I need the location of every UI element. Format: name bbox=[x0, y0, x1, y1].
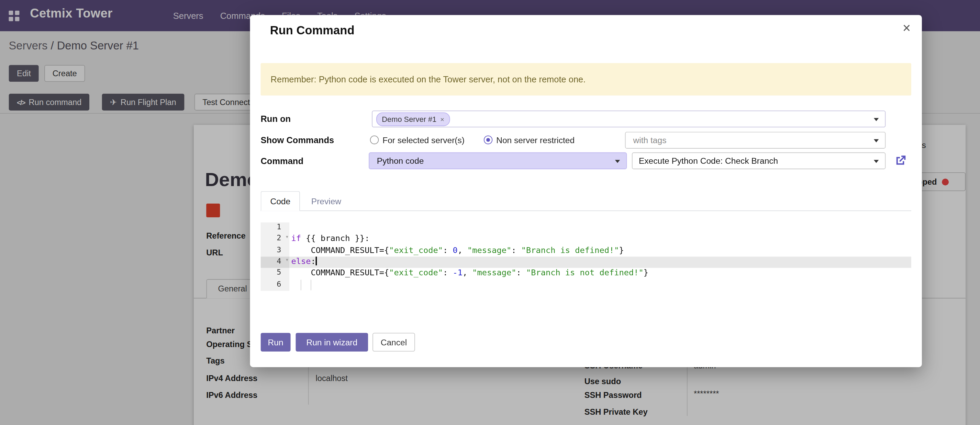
editor-lines[interactable]: if {{ branch }}: COMMAND_RESULT={"exit_c… bbox=[290, 222, 911, 291]
code-line[interactable]: if {{ branch }}: bbox=[290, 234, 911, 245]
line-number: 1 bbox=[261, 222, 290, 234]
editor-gutter: 12▾34▾56 bbox=[261, 222, 290, 291]
code-line[interactable]: COMMAND_RESULT={"exit_code": 0, "message… bbox=[290, 245, 911, 257]
server-tag-pill[interactable]: Demo Server #1 × bbox=[376, 112, 450, 126]
code-line[interactable] bbox=[290, 222, 911, 234]
line-number: 3 bbox=[261, 245, 290, 257]
code-editor[interactable]: 12▾34▾56 if {{ branch }}: COMMAND_RESULT… bbox=[261, 222, 911, 291]
run-on-field[interactable]: Demo Server #1 × bbox=[372, 111, 886, 127]
code-line[interactable]: COMMAND_RESULT={"exit_code": -1, "messag… bbox=[290, 268, 911, 279]
warning-banner: Remember: Python code is executed on the… bbox=[261, 63, 911, 96]
dialog-title: Run Command bbox=[270, 24, 355, 37]
command-type-select[interactable]: Python code bbox=[369, 152, 627, 169]
server-tag-label: Demo Server #1 bbox=[382, 115, 436, 123]
close-icon[interactable]: × bbox=[903, 21, 911, 35]
radio-non-restricted[interactable]: Non server restricted bbox=[484, 133, 574, 146]
chevron-down-icon bbox=[615, 160, 620, 163]
command-label: Command bbox=[261, 156, 304, 166]
fold-arrow-icon[interactable]: ▾ bbox=[285, 234, 289, 240]
run-command-dialog: Run Command × Remember: Python code is e… bbox=[250, 15, 922, 367]
radio-selected-servers[interactable]: For selected server(s) bbox=[370, 133, 465, 146]
line-number: 5 bbox=[261, 268, 290, 279]
tab-underline bbox=[261, 211, 911, 211]
line-number: 4▾ bbox=[261, 257, 290, 268]
run-button[interactable]: Run bbox=[261, 333, 290, 352]
radio-non-restricted-label: Non server restricted bbox=[496, 135, 574, 144]
text-cursor bbox=[316, 257, 317, 265]
with-tags-select[interactable]: with tags bbox=[625, 132, 886, 149]
show-commands-label: Show Commands bbox=[261, 135, 334, 145]
command-value: Execute Python Code: Check Branch bbox=[639, 156, 778, 165]
run-in-wizard-button[interactable]: Run in wizard bbox=[296, 333, 368, 352]
chevron-down-icon bbox=[874, 160, 879, 163]
line-number: 2▾ bbox=[261, 234, 290, 245]
radio-checked-icon[interactable] bbox=[484, 136, 492, 144]
external-link-icon[interactable] bbox=[895, 155, 907, 166]
cancel-button[interactable]: Cancel bbox=[372, 333, 415, 352]
radio-unchecked-icon[interactable] bbox=[370, 136, 379, 144]
indent-guide bbox=[311, 280, 311, 290]
indent-guide bbox=[301, 280, 301, 290]
run-on-label: Run on bbox=[261, 114, 291, 124]
tag-remove-icon[interactable]: × bbox=[440, 115, 444, 123]
radio-selected-servers-label: For selected server(s) bbox=[382, 135, 465, 144]
code-line[interactable]: else: bbox=[290, 257, 911, 268]
chevron-down-icon bbox=[874, 139, 879, 142]
command-select[interactable]: Execute Python Code: Check Branch bbox=[632, 152, 886, 169]
tab-code[interactable]: Code bbox=[261, 191, 300, 211]
fold-arrow-icon[interactable]: ▾ bbox=[285, 257, 289, 263]
line-number: 6 bbox=[261, 279, 290, 291]
chevron-down-icon bbox=[874, 118, 879, 121]
with-tags-placeholder: with tags bbox=[633, 136, 667, 145]
command-type-value: Python code bbox=[377, 156, 424, 165]
tab-preview[interactable]: Preview bbox=[300, 191, 353, 211]
screen: Cetmix Tower Servers Commands Files Tool… bbox=[0, 0, 980, 425]
code-line[interactable] bbox=[290, 279, 911, 291]
